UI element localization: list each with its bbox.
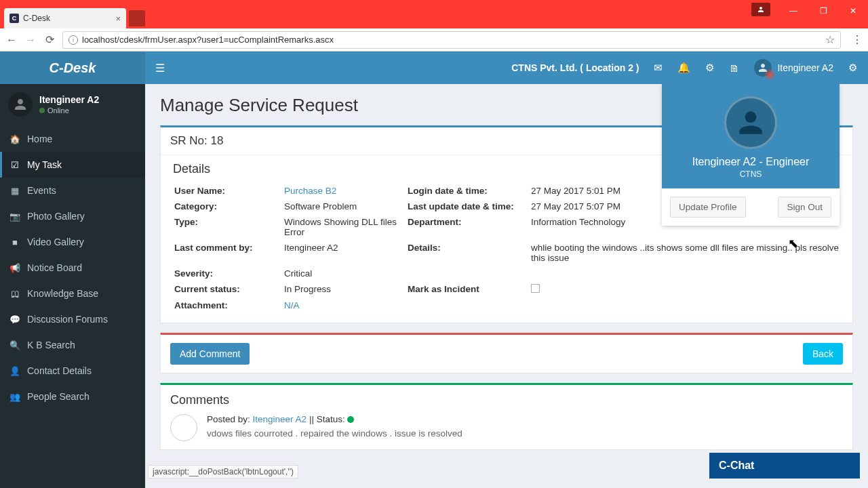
lbl-incident: Mark as Incident: [408, 284, 523, 295]
sidebar-item-label: People Search: [27, 391, 90, 402]
lbl-type: Type:: [174, 217, 276, 237]
sidebar-item-k-b-search[interactable]: 🔍K B Search: [0, 332, 145, 358]
lbl-username: User Name:: [174, 186, 276, 196]
val-category: Software Problem: [284, 201, 399, 211]
reload-icon[interactable]: ⟳: [43, 33, 56, 46]
chrome-user-icon[interactable]: [751, 3, 770, 16]
menu-icon: 📷: [9, 211, 20, 222]
posted-by-user[interactable]: Itengineer A2: [253, 414, 307, 424]
val-status: In Progress: [284, 284, 399, 295]
bookmark-star-icon[interactable]: ☆: [825, 33, 835, 46]
status-bar-text: javascript:__doPostBack('lbtnLogout',''): [148, 465, 298, 479]
sidebar-item-label: Photo Gallery: [27, 211, 85, 222]
val-attach[interactable]: N/A: [284, 300, 399, 310]
sidebar-item-my-task[interactable]: ☑My Task: [0, 152, 145, 178]
sidebar-item-photo-gallery[interactable]: 📷Photo Gallery: [0, 203, 145, 229]
sidebar-menu: 🏠Home☑My Task▦Events📷Photo Gallery■Video…: [0, 126, 145, 409]
menu-icon: ☑: [9, 160, 20, 170]
dropdown-org: CTNS: [669, 169, 833, 179]
bell-icon[interactable]: 🔔: [677, 62, 690, 74]
menu-icon: 👤: [9, 366, 20, 376]
close-tab-icon[interactable]: ×: [115, 14, 121, 24]
chat-label: C-Chat: [719, 460, 754, 472]
sidebar-item-discussion-forums[interactable]: 💬Discussion Forums: [0, 306, 145, 332]
val-lastcomment: Itengineer A2: [284, 243, 399, 263]
sidebar-item-label: Discussion Forums: [27, 314, 108, 325]
sidebar-item-label: Home: [27, 134, 52, 144]
sidebar-item-notice-board[interactable]: 📢Notice Board: [0, 255, 145, 281]
content-area: Manage Service Request SR No: 18 Details…: [145, 84, 868, 488]
app-logo[interactable]: C-Desk: [0, 52, 145, 84]
browser-tab[interactable]: C C-Desk ×: [4, 8, 126, 28]
lbl-category: Category:: [174, 201, 276, 211]
sidebar-avatar-icon: [8, 92, 33, 117]
dropdown-username: Itengineer A2 - Engineer: [669, 156, 833, 168]
url-input[interactable]: i localhost/cdesk/frmUser.aspx?user1=ucC…: [62, 31, 841, 49]
sidebar-item-label: Knowledge Base: [27, 288, 98, 299]
menu-icon: 🏠: [9, 134, 20, 144]
new-tab-button[interactable]: [129, 10, 145, 26]
sidebar-item-label: Video Gallery: [27, 237, 84, 247]
address-bar: ← → ⟳ i localhost/cdesk/frmUser.aspx?use…: [0, 28, 868, 52]
sidebar-status: Online: [47, 106, 69, 115]
sidebar-item-contact-details[interactable]: 👤Contact Details: [0, 358, 145, 384]
sidebar-item-people-search[interactable]: 👥People Search: [0, 384, 145, 409]
lbl-dept: Department:: [408, 217, 523, 237]
add-comment-button[interactable]: Add Comment: [170, 343, 250, 365]
sidebar-item-events[interactable]: ▦Events: [0, 178, 145, 203]
lbl-attach: Attachment:: [174, 300, 276, 310]
browser-tab-strip: C C-Desk × — ❐ ✕: [0, 0, 868, 28]
menu-icon: 💬: [9, 314, 20, 325]
sidebar: Itengineer A2 Online 🏠Home☑My Task▦Event…: [0, 84, 145, 488]
user-menu-toggle[interactable]: Itengineer A2: [754, 59, 833, 77]
user-dropdown: Itengineer A2 - Engineer CTNS Update Pro…: [662, 84, 840, 226]
val-type: Windows Showing DLL files Error: [284, 217, 399, 237]
posted-by-label: Posted by:: [207, 414, 250, 424]
site-info-icon[interactable]: i: [68, 35, 78, 45]
close-window-icon[interactable]: ✕: [838, 3, 868, 19]
lbl-login: Login date & time:: [408, 186, 523, 196]
sidebar-item-label: Contact Details: [27, 365, 92, 376]
sidebar-item-label: Notice Board: [27, 262, 82, 273]
comment-avatar-icon: [170, 414, 197, 441]
mail-icon[interactable]: ✉: [654, 62, 663, 74]
comments-header: Comments: [170, 393, 843, 407]
notification-dot-icon: [764, 68, 776, 81]
lbl-update: Last update date & time:: [408, 201, 523, 211]
avatar-icon: [754, 59, 772, 77]
val-username[interactable]: Purchase B2: [284, 186, 399, 196]
document-icon[interactable]: 🗎: [729, 62, 739, 74]
gear-icon[interactable]: ⚙: [705, 62, 714, 74]
comment-row: Posted by: Itengineer A2 || Status: vdow…: [170, 414, 843, 441]
incident-checkbox[interactable]: [531, 284, 540, 293]
sign-out-button[interactable]: Sign Out: [778, 197, 831, 218]
app-header: C-Desk ☰ CTNS Pvt. Ltd. ( Location 2 ) ✉…: [0, 52, 868, 84]
lbl-status: Current status:: [174, 284, 276, 295]
back-icon[interactable]: ←: [5, 34, 18, 46]
sidebar-item-label: Events: [27, 185, 56, 196]
browser-menu-icon[interactable]: ⋮: [852, 33, 863, 46]
org-name: CTNS Pvt. Ltd. ( Location 2 ): [511, 62, 639, 73]
favicon-icon: C: [9, 14, 19, 23]
forward-icon[interactable]: →: [24, 34, 37, 46]
menu-icon: 📢: [9, 263, 20, 273]
settings-gear-icon[interactable]: ⚙: [848, 62, 857, 74]
sidebar-item-knowledge-base[interactable]: 🕮Knowledge Base: [0, 281, 145, 306]
maximize-icon[interactable]: ❐: [808, 3, 838, 19]
minimize-icon[interactable]: —: [778, 3, 808, 19]
menu-icon: 👥: [9, 392, 20, 402]
sidebar-user: Itengineer A2 Online: [0, 84, 145, 123]
update-profile-button[interactable]: Update Profile: [670, 197, 746, 218]
sidebar-username: Itengineer A2: [39, 94, 99, 105]
action-bar: Add Comment Back: [160, 333, 853, 373]
sidebar-item-video-gallery[interactable]: ■Video Gallery: [0, 229, 145, 255]
sidebar-item-home[interactable]: 🏠Home: [0, 126, 145, 152]
chat-bar[interactable]: C-Chat: [709, 453, 860, 479]
hamburger-icon[interactable]: ☰: [145, 62, 175, 75]
url-text: localhost/cdesk/frmUser.aspx?user1=ucCom…: [82, 35, 334, 45]
window-controls: — ❐ ✕: [751, 0, 868, 28]
val-details: whlie booting the windows ..its shows so…: [531, 243, 839, 263]
back-button[interactable]: Back: [803, 343, 843, 365]
menu-icon: 🔍: [9, 340, 20, 350]
lbl-severity: Severity:: [174, 268, 276, 279]
